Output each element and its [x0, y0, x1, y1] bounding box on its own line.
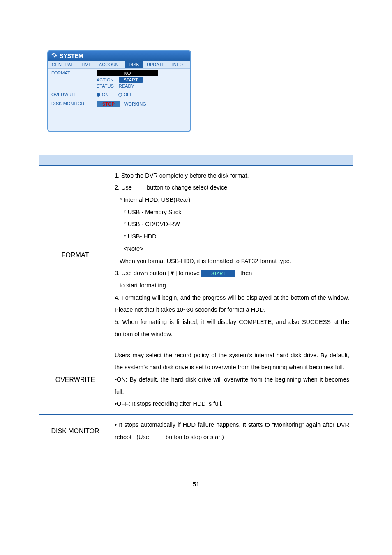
format-line-3: * Internal HDD, USB(Rear)	[115, 194, 349, 206]
hdr-cell-right	[111, 155, 353, 165]
top-rule	[39, 29, 353, 29]
panel-diskmonitor-label: DISK MONITOR	[48, 99, 93, 109]
system-titlebar: SYSTEM	[48, 51, 190, 61]
format-device-select[interactable]: NO	[97, 70, 158, 76]
gear-icon	[51, 52, 57, 59]
format-line-7: <Note>	[115, 243, 349, 255]
panel-action-label: ACTION	[97, 77, 114, 82]
overwrite-p1: Users may select the record policy of th…	[115, 349, 349, 374]
diskmonitor-p1: • It stops automatically if HDD failure …	[115, 419, 349, 443]
row-format-label: FORMAT	[39, 165, 111, 345]
system-tabs: GENERAL TIME ACCOUNT DISK UPDATE INFO	[48, 61, 190, 69]
format-l2a: 2. Use	[115, 184, 132, 191]
tab-account[interactable]: ACCOUNT	[95, 61, 125, 68]
table-header-row	[39, 155, 353, 165]
description-table: FORMAT 1. Stop the DVR completely before…	[39, 155, 353, 448]
system-title: SYSTEM	[60, 53, 83, 59]
radio-dot-icon	[118, 93, 122, 97]
row-diskmonitor-label: DISK MONITOR	[39, 415, 111, 448]
table-row: OVERWRITE Users may select the record po…	[39, 345, 353, 415]
format-line-4: * USB - Memory Stick	[115, 206, 349, 219]
panel-status-label: STATUS	[97, 83, 114, 88]
format-line-5: * USB - CD/DVD-RW	[115, 218, 349, 231]
footer: 51	[39, 473, 353, 488]
diskmonitor-status: WORKING	[124, 102, 146, 106]
page-number: 51	[193, 481, 200, 488]
panel-format-label: FORMAT	[48, 69, 93, 90]
overwrite-on-radio[interactable]: ON	[97, 92, 109, 97]
tab-update[interactable]: UPDATE	[143, 61, 168, 68]
row-overwrite-label: OVERWRITE	[39, 345, 111, 415]
tab-info[interactable]: INFO	[168, 61, 187, 68]
system-body: FORMAT NO ACTION START STATUS READY OVER…	[48, 69, 190, 131]
format-line-11: 4. Formatting will begin, and the progre…	[115, 292, 349, 316]
overwrite-p3: •OFF: It stops recording after HDD is fu…	[115, 398, 349, 410]
start-button[interactable]: START	[119, 77, 143, 83]
overwrite-off-radio[interactable]: OFF	[118, 92, 133, 97]
format-line-1: 1. Stop the DVR completely before the di…	[115, 170, 349, 182]
format-line-2: 2. Use button to change select device.	[115, 182, 349, 194]
table-row: FORMAT 1. Stop the DVR completely before…	[39, 165, 353, 345]
format-l9b: , then	[237, 270, 252, 276]
row-format-content: 1. Stop the DVR completely before the di…	[111, 165, 353, 345]
radio-dot-icon	[97, 93, 100, 97]
overwrite-off-label: OFF	[124, 92, 133, 97]
tab-disk[interactable]: DISK	[125, 61, 143, 68]
row-diskmonitor-content: • It stops automatically if HDD failure …	[111, 415, 353, 448]
format-l2b: button to change select device.	[147, 184, 229, 191]
hdr-cell-left	[39, 155, 111, 165]
tab-time[interactable]: TIME	[77, 61, 95, 68]
format-line-9: 3. Use down button [▼] to moveSTART, the…	[115, 267, 349, 280]
overwrite-p2: •ON: By default, the hard disk drive wil…	[115, 374, 349, 398]
panel-status-value: READY	[119, 83, 134, 88]
tab-general[interactable]: GENERAL	[48, 61, 77, 68]
table-row: DISK MONITOR • It stops automatically if…	[39, 415, 353, 448]
stop-button[interactable]: STOP	[97, 101, 120, 107]
system-panel: SYSTEM GENERAL TIME ACCOUNT DISK UPDATE …	[47, 50, 191, 132]
start-chip-icon: START	[201, 270, 235, 277]
format-line-10: to start formatting.	[115, 280, 349, 292]
format-line-12: 5. When formatting is finished, it will …	[115, 316, 349, 340]
overwrite-on-label: ON	[102, 92, 109, 97]
format-l9a: 3. Use down button [▼] to move	[115, 270, 200, 276]
row-overwrite-content: Users may select the record policy of th…	[111, 345, 353, 415]
format-line-8: When you format USB-HDD, it is formatted…	[115, 255, 349, 268]
panel-overwrite-label: OVERWRITE	[48, 90, 93, 99]
format-line-6: * USB- HDD	[115, 231, 349, 243]
